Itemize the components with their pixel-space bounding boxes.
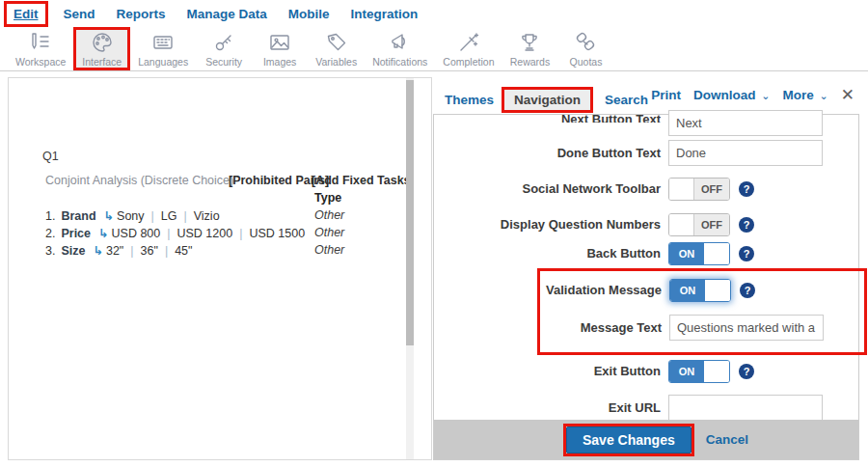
field-label: Back Button <box>434 242 661 261</box>
message-text-input[interactable] <box>669 315 824 341</box>
megaphone-icon <box>388 30 413 55</box>
close-icon[interactable]: ✕ <box>841 87 854 103</box>
toolbar-item-label: Languages <box>138 56 188 68</box>
conjoint-attribute-row: 1.Brand↳Sony|LG|Vizio <box>45 208 220 223</box>
form-row-validation-message: Validation Message ON ? <box>540 279 864 302</box>
tag-icon <box>324 30 349 55</box>
toolbar-item-label: Interface <box>82 56 122 68</box>
help-icon[interactable]: ? <box>739 364 754 379</box>
chain-links-icon <box>573 30 598 55</box>
toolbar-item-label: Completion <box>443 56 494 68</box>
cancel-link[interactable]: Cancel <box>706 432 748 447</box>
nav-item-integration[interactable]: Integration <box>351 7 419 21</box>
attribute-option: LG <box>161 209 177 223</box>
workspace-icon <box>28 30 53 55</box>
help-icon[interactable]: ? <box>739 181 754 197</box>
back-button-toggle[interactable]: ON <box>668 242 730 265</box>
magic-wand-icon <box>456 30 481 55</box>
conjoint-attribute-row: 3.Size↳32"|36"|45" <box>45 243 192 258</box>
form-row-done-button-text: Done Button Text <box>434 140 858 166</box>
nav-item-mobile[interactable]: Mobile <box>288 7 330 21</box>
pipe-separator: | <box>167 227 170 240</box>
attribute-type-value: Other <box>314 208 344 222</box>
nav-item-reports[interactable]: Reports <box>117 7 166 21</box>
toggle-knob <box>669 214 694 235</box>
add-fixed-tasks-link[interactable]: [Add Fixed Tasks <box>312 174 411 187</box>
left-panel-scrollbar[interactable] <box>406 78 414 459</box>
next-button-text-input[interactable] <box>668 110 823 136</box>
toggle-state-label: OFF <box>694 214 729 235</box>
toggle-knob <box>704 361 729 382</box>
more-link[interactable]: More ⌄ <box>783 88 828 102</box>
navigation-settings-form: Next Button Text Done Button Text Social… <box>433 114 859 460</box>
nav-item-edit[interactable]: Edit <box>14 7 39 21</box>
conjoint-attribute-row: 2.Price↳USD 800|USD 1200|USD 1500 <box>45 226 305 240</box>
field-label: Social Network Toolbar <box>434 178 661 196</box>
form-row-next-button-text: Next Button Text <box>434 110 858 136</box>
chevron-down-icon: ⌄ <box>820 90 828 101</box>
save-changes-button[interactable]: Save Changes <box>566 426 692 453</box>
toolbar-item-label: Quotas <box>570 56 603 68</box>
top-nav: Edit Send Reports Manage Data Mobile Int… <box>0 0 868 27</box>
toolbar-item-interface[interactable]: Interface <box>73 27 130 70</box>
toolbar-item-quotas[interactable]: Quotas <box>557 27 613 70</box>
field-label: Next Button Text <box>434 110 661 123</box>
branch-arrow-icon: ↳ <box>98 227 108 240</box>
palette-icon <box>90 30 115 55</box>
toolbar-item-notifications[interactable]: Notifications <box>365 27 435 70</box>
help-icon[interactable]: ? <box>739 217 754 233</box>
attribute-option: 45" <box>175 244 192 258</box>
edit-toolbar: Workspace Interface Languages Security I… <box>0 27 868 71</box>
toolbar-item-label: Images <box>263 56 296 68</box>
download-link[interactable]: Download ⌄ <box>693 88 770 102</box>
toolbar-item-label: Workspace <box>15 56 66 68</box>
tab-themes[interactable]: Themes <box>445 93 494 107</box>
download-label: Download <box>693 88 756 102</box>
nav-item-manage-data[interactable]: Manage Data <box>187 7 267 21</box>
type-column-header: Type <box>314 191 341 205</box>
toggle-state-label: ON <box>670 280 705 301</box>
trophy-icon <box>517 30 542 55</box>
image-icon <box>267 30 292 55</box>
scrollbar-thumb[interactable] <box>406 80 414 345</box>
attribute-option: Vizio <box>194 209 220 223</box>
exit-url-input[interactable] <box>668 395 823 421</box>
exit-button-toggle[interactable]: ON <box>668 360 730 383</box>
validation-message-toggle[interactable]: ON <box>669 279 731 302</box>
panel-actions: Print Download ⌄ More ⌄ ✕ <box>651 87 858 103</box>
chevron-down-icon: ⌄ <box>761 90 770 101</box>
annotation-box-validation: Validation Message ON ? Message Text <box>537 268 867 355</box>
toolbar-item-languages[interactable]: Languages <box>130 27 196 70</box>
help-icon[interactable]: ? <box>739 246 754 261</box>
done-button-text-input[interactable] <box>668 140 823 166</box>
form-row-exit-button: Exit Button ON ? <box>434 360 858 383</box>
toggle-state-label: ON <box>669 361 704 382</box>
tab-navigation[interactable]: Navigation <box>502 87 593 113</box>
help-icon[interactable]: ? <box>740 283 755 298</box>
attribute-option: Sony <box>117 209 145 223</box>
display-question-numbers-toggle[interactable]: OFF <box>668 213 730 236</box>
toolbar-item-security[interactable]: Security <box>196 27 252 70</box>
key-icon <box>211 30 236 55</box>
pipe-separator: | <box>183 209 186 223</box>
attribute-name: Price <box>61 227 91 240</box>
pipe-separator: | <box>239 227 242 240</box>
attribute-name: Brand <box>61 209 95 223</box>
tab-search[interactable]: Search <box>605 93 648 107</box>
annotation-box-edit: Edit <box>4 1 48 27</box>
nav-item-send[interactable]: Send <box>64 7 95 21</box>
toolbar-item-variables[interactable]: Variables <box>308 27 365 70</box>
field-label: Validation Message <box>540 279 662 297</box>
pipe-separator: | <box>130 244 133 258</box>
toolbar-item-workspace[interactable]: Workspace <box>8 27 73 70</box>
form-row-display-question-numbers: Display Question Numbers OFF ? <box>434 213 858 236</box>
more-label: More <box>783 88 814 102</box>
toolbar-item-completion[interactable]: Completion <box>435 27 502 70</box>
toolbar-item-rewards[interactable]: Rewards <box>502 27 557 70</box>
toolbar-item-images[interactable]: Images <box>252 27 308 70</box>
attribute-option: 32" <box>106 244 123 258</box>
print-link[interactable]: Print <box>651 88 681 102</box>
attribute-option: USD 1200 <box>177 227 233 240</box>
toggle-knob <box>669 179 694 200</box>
social-network-toolbar-toggle[interactable]: OFF <box>668 178 730 201</box>
